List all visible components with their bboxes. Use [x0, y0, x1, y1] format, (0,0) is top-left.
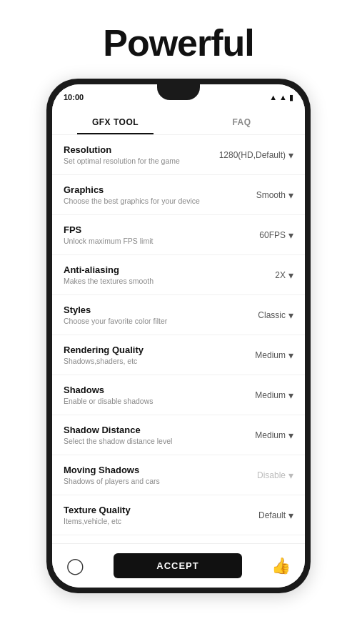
setting-row-effects-quality[interactable]: Effects QualitySparks, explosions, fire,… — [52, 535, 305, 543]
setting-info-texture-quality: Texture QualityItems,vehicle, etc — [64, 505, 258, 525]
setting-value-moving-shadows: Disable▾ — [257, 470, 293, 481]
setting-value-resolution: 1280(HD,Default)▾ — [219, 149, 293, 161]
dropdown-arrow-icon-texture-quality[interactable]: ▾ — [288, 510, 293, 521]
setting-row-styles[interactable]: StylesChoose your favorite color filterC… — [52, 295, 305, 335]
setting-desc-graphics: Choose the best graphics for your device — [64, 197, 256, 205]
settings-list: ResolutionSet optimal resolution for the… — [52, 135, 305, 543]
setting-value-text-graphics: Smooth — [256, 190, 286, 200]
accept-button[interactable]: ACCEPT — [114, 553, 241, 578]
signal-icon: ▲ — [279, 93, 287, 101]
thumbsup-icon[interactable]: 👍 — [271, 557, 291, 575]
bottom-bar: ◯ ACCEPT 👍 — [52, 543, 305, 588]
setting-value-text-shadows: Medium — [255, 390, 286, 400]
dropdown-arrow-icon-graphics[interactable]: ▾ — [288, 189, 293, 201]
setting-title-moving-shadows: Moving Shadows — [64, 465, 257, 475]
status-icons: ▲ ▲ ▮ — [269, 93, 293, 102]
dropdown-arrow-icon-fps[interactable]: ▾ — [288, 229, 293, 241]
dropdown-arrow-icon-rendering-quality[interactable]: ▾ — [288, 350, 293, 361]
setting-title-shadow-distance: Shadow Distance — [64, 425, 255, 435]
setting-info-anti-aliasing: Anti-aliasingMakes the textures smooth — [64, 264, 275, 285]
setting-row-rendering-quality[interactable]: Rendering QualityShadows,shaders, etcMed… — [52, 335, 305, 375]
status-bar: 10:00 ▲ ▲ ▮ — [52, 84, 305, 110]
setting-title-texture-quality: Texture Quality — [64, 505, 258, 515]
setting-value-fps: 60FPS▾ — [259, 229, 293, 241]
setting-desc-resolution: Set optimal resolution for the game — [64, 157, 219, 165]
setting-value-shadows: Medium▾ — [255, 390, 293, 401]
setting-info-shadow-distance: Shadow DistanceSelect the shadow distanc… — [64, 425, 255, 445]
setting-info-graphics: GraphicsChoose the best graphics for you… — [64, 184, 256, 205]
setting-title-fps: FPS — [64, 224, 259, 235]
notch — [157, 84, 200, 100]
dropdown-arrow-icon-styles[interactable]: ▾ — [288, 309, 293, 321]
setting-row-shadows[interactable]: ShadowsEnable or disable shadowsMedium▾ — [52, 375, 305, 415]
instagram-icon[interactable]: ◯ — [66, 557, 84, 575]
wifi-icon: ▲ — [269, 93, 277, 101]
setting-desc-fps: Unlock maximum FPS limit — [64, 237, 259, 245]
setting-value-texture-quality: Default▾ — [258, 510, 293, 521]
setting-row-shadow-distance[interactable]: Shadow DistanceSelect the shadow distanc… — [52, 415, 305, 455]
setting-value-styles: Classic▾ — [258, 309, 293, 321]
setting-title-anti-aliasing: Anti-aliasing — [64, 264, 275, 275]
setting-value-text-anti-aliasing: 2X — [275, 270, 286, 280]
setting-info-fps: FPSUnlock maximum FPS limit — [64, 224, 259, 245]
setting-row-anti-aliasing[interactable]: Anti-aliasingMakes the textures smooth2X… — [52, 255, 305, 295]
setting-desc-moving-shadows: Shadows of players and cars — [64, 477, 257, 485]
setting-value-text-styles: Classic — [258, 310, 286, 320]
setting-value-shadow-distance: Medium▾ — [255, 430, 293, 441]
battery-icon: ▮ — [289, 93, 293, 102]
setting-row-graphics[interactable]: GraphicsChoose the best graphics for you… — [52, 175, 305, 215]
setting-title-rendering-quality: Rendering Quality — [64, 345, 255, 355]
setting-value-text-texture-quality: Default — [258, 510, 286, 520]
setting-info-shadows: ShadowsEnable or disable shadows — [64, 385, 255, 405]
setting-title-styles: Styles — [64, 304, 258, 315]
setting-value-rendering-quality: Medium▾ — [255, 350, 293, 361]
dropdown-arrow-icon-moving-shadows[interactable]: ▾ — [288, 470, 293, 481]
setting-value-text-rendering-quality: Medium — [255, 350, 286, 360]
setting-row-fps[interactable]: FPSUnlock maximum FPS limit60FPS▾ — [52, 215, 305, 255]
setting-info-styles: StylesChoose your favorite color filter — [64, 304, 258, 325]
setting-value-text-fps: 60FPS — [259, 230, 286, 240]
setting-title-resolution: Resolution — [64, 144, 219, 155]
setting-desc-shadows: Enable or disable shadows — [64, 397, 255, 405]
phone-inner: 10:00 ▲ ▲ ▮ GFX TOOL FAQ ResolutionSet o… — [52, 84, 305, 588]
setting-info-resolution: ResolutionSet optimal resolution for the… — [64, 144, 219, 165]
setting-desc-rendering-quality: Shadows,shaders, etc — [64, 357, 255, 365]
setting-title-shadows: Shadows — [64, 385, 255, 395]
dropdown-arrow-icon-shadows[interactable]: ▾ — [288, 390, 293, 401]
setting-value-anti-aliasing: 2X▾ — [275, 269, 293, 281]
dropdown-arrow-icon-shadow-distance[interactable]: ▾ — [288, 430, 293, 441]
setting-value-text-resolution: 1280(HD,Default) — [219, 150, 286, 160]
setting-desc-texture-quality: Items,vehicle, etc — [64, 517, 258, 525]
tabs-bar: GFX TOOL FAQ — [52, 110, 305, 135]
phone-frame: 10:00 ▲ ▲ ▮ GFX TOOL FAQ ResolutionSet o… — [46, 79, 311, 593]
dropdown-arrow-icon-resolution[interactable]: ▾ — [288, 149, 293, 161]
setting-row-moving-shadows[interactable]: Moving ShadowsShadows of players and car… — [52, 455, 305, 495]
dropdown-arrow-icon-anti-aliasing[interactable]: ▾ — [288, 269, 293, 281]
setting-value-text-shadow-distance: Medium — [255, 430, 286, 440]
setting-desc-shadow-distance: Select the shadow distance level — [64, 437, 255, 445]
setting-info-moving-shadows: Moving ShadowsShadows of players and car… — [64, 465, 257, 485]
setting-value-text-moving-shadows: Disable — [257, 470, 286, 480]
status-time: 10:00 — [64, 93, 84, 101]
setting-value-graphics: Smooth▾ — [256, 189, 293, 201]
setting-row-resolution[interactable]: ResolutionSet optimal resolution for the… — [52, 135, 305, 175]
page-title: Powerful — [103, 21, 254, 64]
setting-desc-styles: Choose your favorite color filter — [64, 317, 258, 325]
tab-faq[interactable]: FAQ — [178, 110, 305, 134]
tab-gfx-tool[interactable]: GFX TOOL — [52, 110, 178, 134]
setting-info-rendering-quality: Rendering QualityShadows,shaders, etc — [64, 345, 255, 365]
setting-desc-anti-aliasing: Makes the textures smooth — [64, 277, 275, 285]
setting-row-texture-quality[interactable]: Texture QualityItems,vehicle, etcDefault… — [52, 495, 305, 535]
setting-title-graphics: Graphics — [64, 184, 256, 195]
